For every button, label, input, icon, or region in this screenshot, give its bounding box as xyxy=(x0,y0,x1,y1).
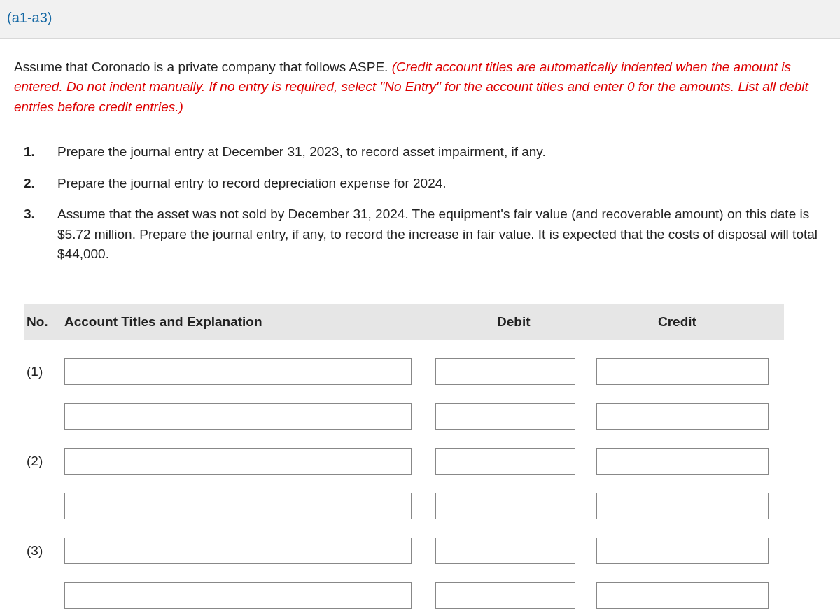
table-row: (3) xyxy=(24,538,784,564)
account-title-input[interactable] xyxy=(64,403,412,430)
table-row xyxy=(24,403,784,430)
question-header: (a1-a3) xyxy=(0,0,840,39)
item-row: 2. Prepare the journal entry to record d… xyxy=(24,174,826,194)
account-title-input[interactable] xyxy=(64,538,412,564)
header-account: Account Titles and Explanation xyxy=(64,312,435,332)
item-row: 1. Prepare the journal entry at December… xyxy=(24,142,826,162)
item-row: 3. Assume that the asset was not sold by… xyxy=(24,204,826,265)
credit-input[interactable] xyxy=(596,493,769,519)
header-no: No. xyxy=(24,312,64,332)
item-number: 1. xyxy=(24,142,57,162)
item-number: 3. xyxy=(24,204,57,265)
debit-input[interactable] xyxy=(435,358,575,385)
section-label[interactable]: (a1-a3) xyxy=(7,10,52,25)
item-text: Assume that the asset was not sold by De… xyxy=(57,204,826,265)
header-debit: Debit xyxy=(435,312,596,332)
table-row: (2) xyxy=(24,448,784,475)
debit-input[interactable] xyxy=(435,493,575,519)
account-title-input[interactable] xyxy=(64,358,412,385)
debit-input[interactable] xyxy=(435,582,575,609)
credit-input[interactable] xyxy=(596,582,769,609)
debit-input[interactable] xyxy=(435,538,575,564)
item-text: Prepare the journal entry at December 31… xyxy=(57,142,826,162)
row-number: (2) xyxy=(24,451,64,472)
item-number: 2. xyxy=(24,174,57,194)
credit-input[interactable] xyxy=(596,538,769,564)
header-credit: Credit xyxy=(596,312,778,332)
row-number: (3) xyxy=(24,541,64,561)
account-title-input[interactable] xyxy=(64,493,412,519)
table-row xyxy=(24,493,784,519)
credit-input[interactable] xyxy=(596,358,769,385)
debit-input[interactable] xyxy=(435,448,575,475)
table-row xyxy=(24,582,784,609)
table-row: (1) xyxy=(24,358,784,385)
intro-plain: Assume that Coronado is a private compan… xyxy=(14,59,392,74)
content-area: Assume that Coronado is a private compan… xyxy=(0,39,840,610)
row-number: (1) xyxy=(24,362,64,382)
table-header-row: No. Account Titles and Explanation Debit… xyxy=(24,304,784,341)
account-title-input[interactable] xyxy=(64,582,412,609)
item-list: 1. Prepare the journal entry at December… xyxy=(14,142,826,265)
credit-input[interactable] xyxy=(596,448,769,475)
instructions: Assume that Coronado is a private compan… xyxy=(14,57,826,118)
journal-entry-table: No. Account Titles and Explanation Debit… xyxy=(14,304,826,610)
account-title-input[interactable] xyxy=(64,448,412,475)
debit-input[interactable] xyxy=(435,403,575,430)
item-text: Prepare the journal entry to record depr… xyxy=(57,174,826,194)
credit-input[interactable] xyxy=(596,403,769,430)
